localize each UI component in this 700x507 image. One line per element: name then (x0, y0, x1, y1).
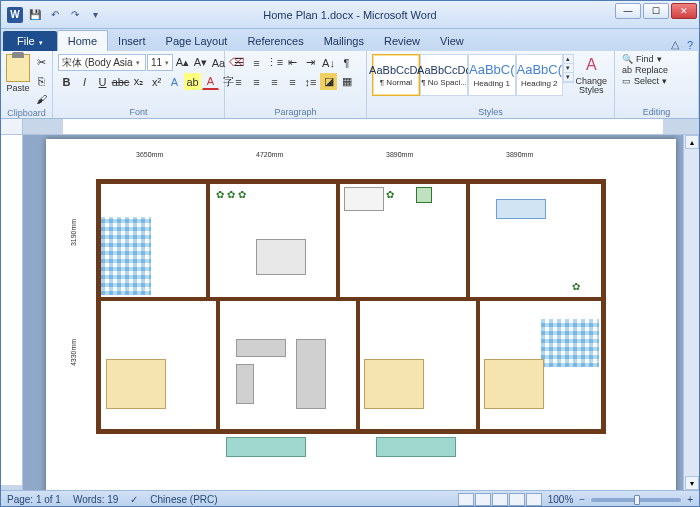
find-button[interactable]: 🔍Find ▾ (620, 54, 670, 64)
appliance (416, 187, 432, 203)
style-heading1[interactable]: AaBbC( Heading 1 (468, 54, 516, 96)
document-area[interactable]: 3650mm 4720mm 3890mm 3890mm 3560mm 3680m… (23, 135, 699, 490)
bed (106, 359, 166, 409)
find-icon: 🔍 (622, 54, 633, 64)
show-marks-icon[interactable]: ¶ (338, 54, 355, 71)
text-effects-icon[interactable]: A (166, 73, 183, 90)
paste-button[interactable]: Paste (6, 54, 30, 93)
bed (484, 359, 544, 409)
window-title: Home Plan 1.docx - Microsoft Word (263, 9, 436, 21)
bed (364, 359, 424, 409)
copy-icon[interactable]: ⎘ (33, 72, 50, 89)
tab-insert[interactable]: Insert (108, 31, 156, 51)
align-center-icon[interactable]: ≡ (248, 73, 265, 90)
sort-icon[interactable]: A↓ (320, 54, 337, 71)
styles-group-label: Styles (372, 106, 609, 117)
plant-icon: ✿ ✿ ✿ (216, 189, 246, 200)
select-icon: ▭ (622, 76, 631, 86)
numbering-icon[interactable]: ≡ (248, 54, 265, 71)
cabinet (344, 187, 384, 211)
format-painter-icon[interactable]: 🖌 (33, 90, 50, 107)
counter (496, 199, 546, 219)
italic-button[interactable]: I (76, 73, 93, 90)
view-draft[interactable] (526, 493, 542, 506)
close-button[interactable]: ✕ (671, 3, 697, 19)
ribbon-minimize-icon[interactable]: △ (671, 38, 679, 51)
replace-icon: ab (622, 65, 632, 75)
borders-icon[interactable]: ▦ (338, 73, 355, 90)
tab-references[interactable]: References (237, 31, 313, 51)
qat-undo-icon[interactable]: ↶ (47, 7, 63, 23)
status-page[interactable]: Page: 1 of 1 (7, 494, 61, 505)
indent-dec-icon[interactable]: ⇤ (284, 54, 301, 71)
multilevel-icon[interactable]: ⋮≡ (266, 54, 283, 71)
tab-view[interactable]: View (430, 31, 474, 51)
scrollbar-vertical[interactable] (683, 135, 699, 490)
shading-icon[interactable]: ◪ (320, 73, 337, 90)
paste-label: Paste (6, 83, 29, 93)
ruler-vertical[interactable] (1, 135, 23, 490)
tab-mailings[interactable]: Mailings (314, 31, 374, 51)
qat-redo-icon[interactable]: ↷ (67, 7, 83, 23)
sofa (236, 364, 254, 404)
strike-button[interactable]: abc (112, 73, 129, 90)
select-button[interactable]: ▭Select ▾ (620, 76, 670, 86)
font-size-combo[interactable]: 11 (147, 54, 173, 71)
change-styles-button[interactable]: A Change Styles (574, 54, 609, 95)
qat-customize-icon[interactable]: ▾ (87, 7, 103, 23)
app-icon: W (7, 7, 23, 23)
superscript-button[interactable]: x² (148, 73, 165, 90)
qat-save-icon[interactable]: 💾 (27, 7, 43, 23)
paragraph-group-label: Paragraph (230, 106, 361, 117)
styles-gallery-scroll[interactable]: ▴▾▾ (563, 54, 573, 83)
indent-inc-icon[interactable]: ⇥ (302, 54, 319, 71)
file-tab[interactable]: File (3, 31, 57, 51)
line-spacing-icon[interactable]: ↕≡ (302, 73, 319, 90)
view-outline[interactable] (509, 493, 525, 506)
paste-icon (6, 54, 30, 82)
underline-button[interactable]: U (94, 73, 111, 90)
help-icon[interactable]: ? (687, 39, 693, 51)
shrink-font-icon[interactable]: A▾ (192, 54, 209, 71)
grow-font-icon[interactable]: A▴ (174, 54, 191, 71)
sofa (296, 339, 326, 409)
style-nospacing[interactable]: AaBbCcDc ¶ No Spaci... (420, 54, 468, 96)
floor-plan-drawing: 3650mm 4720mm 3890mm 3890mm 3560mm 3680m… (96, 169, 626, 490)
justify-icon[interactable]: ≡ (284, 73, 301, 90)
zoom-out-button[interactable]: − (579, 494, 585, 505)
maximize-button[interactable]: ☐ (643, 3, 669, 19)
bathroom-tile (101, 217, 151, 295)
status-words[interactable]: Words: 19 (73, 494, 118, 505)
editing-group-label: Editing (620, 106, 693, 117)
view-web-layout[interactable] (492, 493, 508, 506)
view-full-screen[interactable] (475, 493, 491, 506)
font-family-combo[interactable]: 宋体 (Body Asia (58, 54, 146, 71)
tab-home[interactable]: Home (57, 30, 108, 51)
view-print-layout[interactable] (458, 493, 474, 506)
style-heading2[interactable]: AaBbC( Heading 2 (516, 54, 564, 96)
ruler-horizontal[interactable] (23, 119, 699, 135)
font-color-icon[interactable]: A (202, 73, 219, 90)
status-language[interactable]: Chinese (PRC) (150, 494, 217, 505)
align-left-icon[interactable]: ≡ (230, 73, 247, 90)
status-proof-icon[interactable]: ✓ (130, 494, 138, 505)
zoom-level[interactable]: 100% (548, 494, 574, 505)
cut-icon[interactable]: ✂ (33, 54, 50, 71)
tab-page-layout[interactable]: Page Layout (156, 31, 238, 51)
style-normal[interactable]: AaBbCcDc ¶ Normal (372, 54, 420, 96)
align-right-icon[interactable]: ≡ (266, 73, 283, 90)
font-group-label: Font (58, 106, 219, 117)
clipboard-group-label: Clipboard (6, 107, 47, 118)
zoom-in-button[interactable]: + (687, 494, 693, 505)
tab-review[interactable]: Review (374, 31, 430, 51)
subscript-button[interactable]: x₂ (130, 73, 147, 90)
minimize-button[interactable]: — (615, 3, 641, 19)
replace-button[interactable]: abReplace (620, 65, 670, 75)
plant-icon: ✿ (386, 189, 394, 200)
bold-button[interactable]: B (58, 73, 75, 90)
bullets-icon[interactable]: ☰ (230, 54, 247, 71)
bathroom-tile-2 (541, 319, 599, 367)
page: 3650mm 4720mm 3890mm 3890mm 3560mm 3680m… (46, 139, 676, 490)
zoom-slider[interactable] (591, 498, 681, 502)
highlight-icon[interactable]: ab (184, 73, 201, 90)
